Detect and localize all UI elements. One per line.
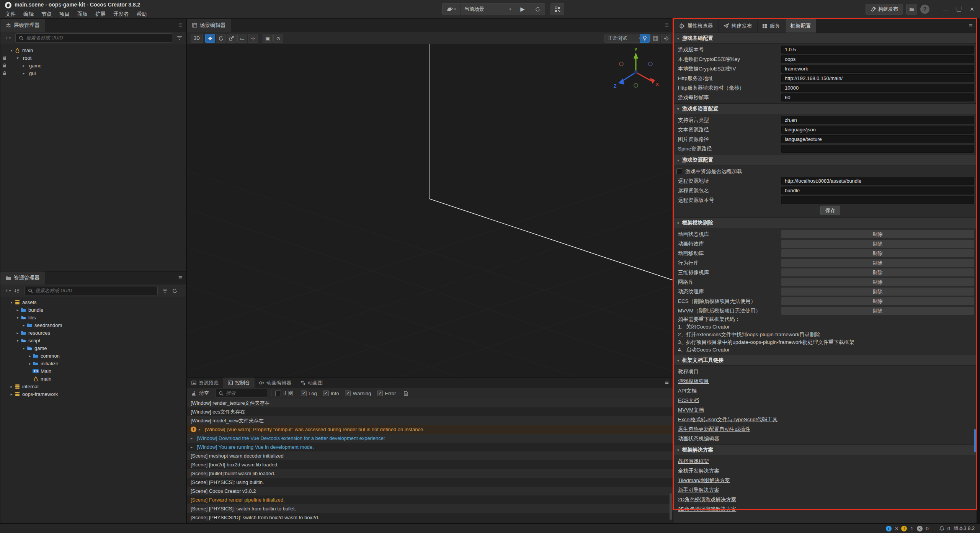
log-row[interactable]: [Scene] [PHYSICS]: using builtin. xyxy=(187,478,673,487)
expander-icon[interactable]: ▸ xyxy=(191,445,197,449)
log-row[interactable]: [Scene] [box2d]:box2d wasm lib loaded. xyxy=(187,460,673,469)
delete-module-button[interactable]: 剔除 xyxy=(781,249,974,257)
doc-link[interactable]: ECS文档 xyxy=(678,397,699,403)
menu-5[interactable]: 扩展 xyxy=(91,10,109,18)
delete-module-button[interactable]: 剔除 xyxy=(781,297,974,305)
expander-icon[interactable]: ▾ xyxy=(21,346,26,350)
expander-icon[interactable]: ▸ xyxy=(27,354,33,358)
filter-error-checkbox[interactable]: ✓Error xyxy=(377,391,396,396)
log-row[interactable]: [Window] model_view文件夹存在 xyxy=(187,416,673,425)
field-input[interactable]: language/texture xyxy=(781,135,974,143)
help-button[interactable]: ? xyxy=(920,5,929,14)
rotate-tool-button[interactable] xyxy=(216,34,226,43)
expander-icon[interactable]: ▾ xyxy=(9,300,14,304)
doc-link[interactable]: Excel格式转Json文件与TypeScript代码工具 xyxy=(678,417,777,422)
expander-icon[interactable]: ▸ xyxy=(27,361,33,366)
grid-view-button[interactable] xyxy=(650,34,660,43)
section-header[interactable]: ▾框架文档工具链接 xyxy=(673,355,977,366)
tree-item-initialize[interactable]: ▸initialize xyxy=(0,360,186,367)
filter-warning-checkbox[interactable]: ✓Warning xyxy=(345,391,371,396)
expander-icon[interactable]: ▸ xyxy=(15,308,20,312)
doc-link[interactable]: 教程项目 xyxy=(678,369,699,374)
regex-checkbox[interactable]: 正则 xyxy=(275,390,293,397)
add-node-button[interactable]: ＋▾ xyxy=(4,34,11,41)
doc-link[interactable]: 新手引导解决方案 xyxy=(678,487,719,493)
expander-icon[interactable]: ▸ xyxy=(21,71,26,75)
tree-item-internal[interactable]: ▸internal xyxy=(0,383,186,390)
inspector-tab-0[interactable]: 属性检查器 xyxy=(674,19,718,33)
menu-0[interactable]: 文件 xyxy=(2,10,20,18)
inspector-tab-1[interactable]: 构建发布 xyxy=(719,19,757,33)
expander-icon[interactable]: ▸ xyxy=(191,436,197,440)
rect-tool-button[interactable]: ▭ xyxy=(237,34,247,43)
scale-tool-button[interactable] xyxy=(227,34,237,43)
section-header[interactable]: ▾游戏资源配置 xyxy=(673,155,977,165)
tree-item-libs[interactable]: ▾libs xyxy=(0,314,186,321)
field-input[interactable] xyxy=(781,145,974,153)
info-count-icon[interactable]: i xyxy=(886,526,892,531)
field-input[interactable]: zh,en xyxy=(781,116,974,124)
inspector-menu-icon[interactable]: ≡ xyxy=(969,22,973,30)
filter-log-checkbox[interactable]: ✓Log xyxy=(301,391,317,396)
section-header[interactable]: ▾框架模块剔除 xyxy=(673,217,977,228)
expander-icon[interactable]: ▾ xyxy=(15,338,20,343)
lock-icon[interactable] xyxy=(2,63,7,68)
delete-module-button[interactable]: 剔除 xyxy=(781,278,974,286)
log-file-icon[interactable] xyxy=(404,391,408,396)
field-input[interactable]: 10000 xyxy=(781,84,974,92)
reload-button[interactable] xyxy=(530,3,545,15)
field-input[interactable]: bundle xyxy=(781,186,974,195)
scene-select-dropdown[interactable]: 当前场景▾ xyxy=(461,3,515,15)
gizmo-tool-button[interactable]: ⊹ xyxy=(248,34,258,43)
filter-info-checkbox[interactable]: ✓Info xyxy=(323,391,339,396)
tree-item-game[interactable]: ▾game xyxy=(0,344,186,352)
expander-icon[interactable]: ▸ xyxy=(199,427,205,432)
log-row[interactable]: [Scene] [bullet]:bullet wasm lib loaded. xyxy=(187,469,673,478)
hierarchy-menu-icon[interactable]: ≡ xyxy=(178,21,182,29)
close-button[interactable]: × xyxy=(967,4,977,14)
field-input[interactable]: framework xyxy=(781,65,974,73)
field-input[interactable]: language/json xyxy=(781,126,974,134)
menu-4[interactable]: 面板 xyxy=(74,10,91,18)
doc-link[interactable]: 原生包热更新配置自动生成插件 xyxy=(678,426,750,432)
tree-item-common[interactable]: ▸common xyxy=(0,352,186,360)
expander-icon[interactable]: ▾ xyxy=(15,56,20,60)
pivot-toggle-button[interactable]: ▣ xyxy=(263,34,273,43)
expander-icon[interactable]: ▾ xyxy=(15,316,20,320)
platform-select-button[interactable]: ▾ xyxy=(443,3,461,15)
hierarchy-filter-icon[interactable] xyxy=(177,36,182,40)
move-tool-button[interactable]: ✥ xyxy=(205,34,215,43)
build-publish-button[interactable]: 构建发布 xyxy=(866,4,903,15)
coord-toggle-button[interactable]: ⊙ xyxy=(273,34,283,43)
tree-item-seedrandom[interactable]: ▸seedrandom xyxy=(0,321,186,329)
inspector-tab-2[interactable]: 服务 xyxy=(758,19,785,33)
section-header[interactable]: ▾游戏基础配置 xyxy=(673,33,977,44)
inspector-scrollbar[interactable] xyxy=(974,429,976,452)
scene-viewport[interactable]: Y X Z xyxy=(187,44,673,377)
checkbox[interactable] xyxy=(676,168,682,174)
expander-icon[interactable]: ▸ xyxy=(9,384,14,389)
clear-console-button[interactable]: 清空 xyxy=(191,390,209,397)
log-row[interactable]: [Scene] [PHYSICS2D]: switch from box2d-w… xyxy=(187,513,673,522)
tree-item-main[interactable]: ▾main xyxy=(0,46,186,54)
tree-item-gui[interactable]: ▸gui xyxy=(0,69,186,77)
expander-icon[interactable]: ▸ xyxy=(15,331,20,335)
assets-search-input[interactable]: 搜索名称或 UUID xyxy=(24,286,158,295)
console-menu-icon[interactable]: ≡ xyxy=(665,379,669,386)
tree-item-oops-framework[interactable]: ▸oops-framework xyxy=(0,390,186,398)
field-input[interactable]: 60 xyxy=(781,93,974,101)
log-row[interactable]: [Scene] Forward render pipeline initiali… xyxy=(187,495,673,504)
menu-1[interactable]: 编辑 xyxy=(20,10,38,18)
delete-module-button[interactable]: 剔除 xyxy=(781,307,974,315)
view-gizmo[interactable]: Y X Z xyxy=(611,47,661,97)
log-row[interactable]: ▸[Window] You are running Vue in develop… xyxy=(187,443,673,451)
log-row[interactable]: ▸[Window] Download the Vue Devtools exte… xyxy=(187,434,673,443)
console-tab-2[interactable]: 动画编辑器 xyxy=(255,378,296,388)
tree-item-main[interactable]: main xyxy=(0,375,186,383)
tree-item-script[interactable]: ▾script xyxy=(0,337,186,344)
doc-link[interactable]: API文档 xyxy=(678,388,697,394)
tree-item-game[interactable]: ▸game xyxy=(0,62,186,69)
delete-module-button[interactable]: 剔除 xyxy=(781,240,974,248)
save-button[interactable]: 保存 xyxy=(820,206,840,215)
delete-module-button[interactable]: 剔除 xyxy=(781,259,974,267)
